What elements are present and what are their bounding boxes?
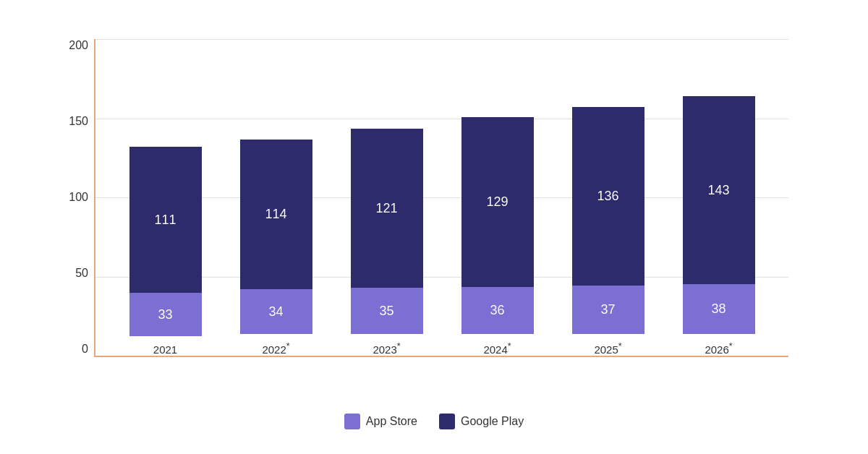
x-label-2022: 2022* bbox=[262, 341, 289, 356]
x-label-2023: 2023* bbox=[373, 341, 400, 356]
x-label-2025: 2025* bbox=[594, 341, 621, 356]
bar-googleplay-2025: 136 bbox=[572, 107, 644, 286]
x-label-2021: 2021 bbox=[153, 343, 177, 356]
bar-appstore-2021: 33 bbox=[129, 293, 202, 336]
bar-group-2024: 129 36 2024* bbox=[454, 117, 541, 356]
y-label-50: 50 bbox=[56, 267, 88, 280]
bar-group-2025: 136 37 2025* bbox=[565, 107, 652, 356]
bar-appstore-2025: 37 bbox=[572, 286, 644, 334]
bar-googleplay-2026: 143 bbox=[683, 96, 755, 284]
x-label-2026: 2026* bbox=[705, 341, 732, 356]
bar-stack-2026: 143 38 bbox=[683, 96, 755, 334]
bar-appstore-2022: 34 bbox=[240, 289, 312, 334]
bar-googleplay-2022: 114 bbox=[240, 140, 312, 289]
bar-stack-2024: 129 36 bbox=[461, 117, 534, 334]
legend-appstore: App Store bbox=[344, 414, 417, 429]
bar-group-2022: 114 34 2022* bbox=[233, 140, 320, 356]
bar-appstore-2023: 35 bbox=[351, 288, 423, 334]
chart-area: 200 150 100 50 0 111 33 2021 114 bbox=[94, 39, 788, 357]
bar-googleplay-2024: 129 bbox=[461, 117, 534, 287]
bar-appstore-2024: 36 bbox=[461, 287, 534, 334]
bar-stack-2021: 111 33 bbox=[129, 147, 202, 336]
bar-group-2021: 111 33 2021 bbox=[122, 147, 209, 356]
legend-appstore-label: App Store bbox=[366, 415, 417, 428]
legend-googleplay-label: Google Play bbox=[461, 415, 524, 428]
bar-googleplay-2021: 111 bbox=[129, 147, 202, 293]
y-label-100: 100 bbox=[56, 191, 88, 204]
legend-googleplay: Google Play bbox=[439, 414, 524, 429]
bar-stack-2022: 114 34 bbox=[240, 140, 312, 334]
bar-appstore-2026: 38 bbox=[683, 284, 755, 334]
chart-legend: App Store Google Play bbox=[36, 414, 832, 429]
bars-container: 111 33 2021 114 34 2022* 121 35 2023* bbox=[95, 39, 788, 356]
y-label-0: 0 bbox=[56, 343, 88, 356]
legend-appstore-swatch bbox=[344, 414, 360, 429]
y-label-200: 200 bbox=[56, 39, 88, 52]
bar-group-2023: 121 35 2023* bbox=[344, 129, 430, 356]
bar-googleplay-2023: 121 bbox=[351, 129, 423, 288]
bar-stack-2025: 136 37 bbox=[572, 107, 644, 334]
y-axis: 200 150 100 50 0 bbox=[56, 39, 88, 356]
chart-container: 200 150 100 50 0 111 33 2021 114 bbox=[36, 17, 832, 437]
y-label-150: 150 bbox=[56, 115, 88, 128]
x-label-2024: 2024* bbox=[483, 341, 511, 356]
bar-group-2026: 143 38 2026* bbox=[676, 96, 762, 356]
bar-stack-2023: 121 35 bbox=[351, 129, 423, 334]
legend-googleplay-swatch bbox=[439, 414, 455, 429]
